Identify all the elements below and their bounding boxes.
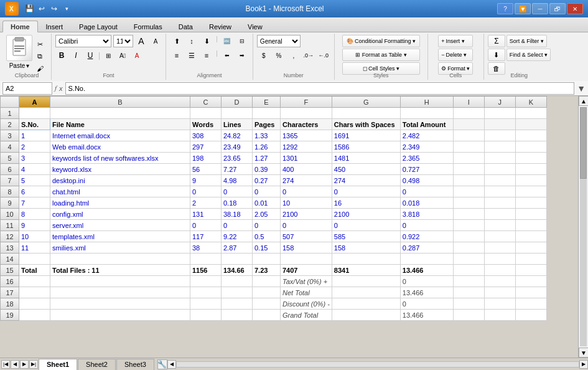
row-header-17[interactable]: 17 [1, 287, 19, 298]
cell[interactable] [453, 108, 484, 119]
delete-btn[interactable]: − Delete ▾ [438, 49, 473, 61]
cell[interactable] [484, 254, 515, 265]
cell[interactable]: smilies.xml [50, 242, 190, 254]
cell[interactable]: 0.15 [253, 242, 281, 254]
cell[interactable]: Tax/Vat (0%) + [281, 276, 332, 287]
cell[interactable] [484, 186, 515, 197]
cell[interactable]: templates.xml [50, 231, 190, 242]
cell[interactable]: config.xml [50, 209, 190, 220]
cell[interactable]: 3.818 [400, 209, 453, 220]
cell[interactable] [515, 197, 546, 209]
row-header-8[interactable]: 8 [1, 186, 19, 197]
scroll-up-arrow[interactable]: ▲ [579, 96, 588, 106]
col-header-B[interactable]: B [50, 97, 190, 108]
cell[interactable]: 5 [19, 175, 50, 186]
cell[interactable]: chat.html [50, 186, 190, 197]
cell[interactable]: 11 [19, 242, 50, 254]
cell[interactable]: 1301 [281, 153, 332, 164]
cell[interactable]: 16 [332, 197, 400, 209]
row-header-11[interactable]: 11 [1, 220, 19, 231]
cell[interactable]: 38.18 [222, 209, 253, 220]
cell[interactable]: 2 [19, 141, 50, 153]
cell[interactable]: 507 [281, 231, 332, 242]
find-select-btn[interactable]: Find & Select ▾ [506, 49, 551, 61]
col-header-J[interactable]: J [484, 97, 515, 108]
cell[interactable]: Chars with Spaces [332, 119, 400, 130]
col-header-K[interactable]: K [515, 97, 546, 108]
cell[interactable]: 400 [281, 164, 332, 175]
copy-btn[interactable]: ⧉ [34, 51, 46, 62]
cell[interactable] [222, 287, 253, 298]
cell[interactable] [515, 141, 546, 153]
cell[interactable]: 23.49 [222, 141, 253, 153]
cell[interactable] [222, 276, 253, 287]
cell[interactable] [484, 310, 515, 321]
cell[interactable] [253, 287, 281, 298]
cell[interactable] [281, 254, 332, 265]
cell[interactable]: 0 [190, 220, 222, 231]
row-header-4[interactable]: 4 [1, 141, 19, 153]
cell[interactable]: 308 [190, 130, 222, 141]
cell[interactable] [515, 310, 546, 321]
cell[interactable]: 0 [222, 186, 253, 197]
cell[interactable]: 2100 [281, 209, 332, 220]
currency-btn[interactable]: $ [257, 49, 271, 62]
cell[interactable] [190, 298, 222, 310]
row-header-5[interactable]: 5 [1, 153, 19, 164]
col-header-H[interactable]: H [400, 97, 453, 108]
cell[interactable]: 1292 [281, 141, 332, 153]
cell[interactable] [515, 254, 546, 265]
cell[interactable]: Characters [281, 119, 332, 130]
sheet-next-btn[interactable]: ▶ [20, 360, 29, 369]
redo-quick-btn[interactable]: ↪ [49, 3, 60, 14]
cell[interactable] [190, 276, 222, 287]
row-header-10[interactable]: 10 [1, 209, 19, 220]
insert-btn[interactable]: + Insert ▾ [438, 35, 473, 47]
row-header-3[interactable]: 3 [1, 130, 19, 141]
expand-formula-btn[interactable]: ▼ [577, 83, 586, 93]
cell[interactable] [515, 287, 546, 298]
cell[interactable] [253, 108, 281, 119]
sheet-tab-2[interactable]: Sheet2 [78, 359, 116, 370]
cell[interactable] [484, 153, 515, 164]
cell[interactable]: 9.22 [222, 231, 253, 242]
cell[interactable]: 10 [281, 197, 332, 209]
cell[interactable]: loading.html [50, 197, 190, 209]
cell[interactable]: 56 [190, 164, 222, 175]
cell[interactable] [19, 254, 50, 265]
font-size-select[interactable]: 11 8910 121416 [113, 35, 133, 47]
cell[interactable]: 0.27 [253, 175, 281, 186]
tab-home[interactable]: Home [2, 21, 38, 32]
close-btn[interactable]: ✕ [567, 3, 583, 14]
cell[interactable]: 0.18 [222, 197, 253, 209]
row-header-16[interactable]: 16 [1, 276, 19, 287]
cell[interactable] [453, 298, 484, 310]
cell[interactable]: 0.39 [253, 164, 281, 175]
cell[interactable] [222, 310, 253, 321]
cell[interactable] [453, 186, 484, 197]
cell[interactable] [484, 130, 515, 141]
cell[interactable]: desktop.ini [50, 175, 190, 186]
cell[interactable] [332, 287, 400, 298]
cell[interactable]: 0 [400, 186, 453, 197]
cell[interactable] [484, 242, 515, 254]
scroll-down-arrow[interactable]: ▼ [579, 348, 588, 358]
cell[interactable] [453, 119, 484, 130]
align-right-btn[interactable]: ≡ [200, 49, 213, 62]
cell[interactable]: Total Amount [400, 119, 453, 130]
cell[interactable] [253, 254, 281, 265]
cell[interactable]: 450 [332, 164, 400, 175]
scroll-right-arrow[interactable]: ▶ [579, 360, 588, 369]
cell[interactable]: 7.23 [253, 265, 281, 276]
sheet-first-btn[interactable]: |◀ [1, 360, 10, 369]
cell[interactable]: 1691 [332, 130, 400, 141]
cell[interactable] [453, 254, 484, 265]
row-header-12[interactable]: 12 [1, 231, 19, 242]
cell[interactable]: 274 [281, 175, 332, 186]
align-bottom-btn[interactable]: ⬇ [200, 35, 213, 47]
cell[interactable] [222, 108, 253, 119]
cell[interactable] [515, 209, 546, 220]
cell[interactable] [453, 209, 484, 220]
cell[interactable] [19, 276, 50, 287]
cell[interactable]: 0 [400, 220, 453, 231]
